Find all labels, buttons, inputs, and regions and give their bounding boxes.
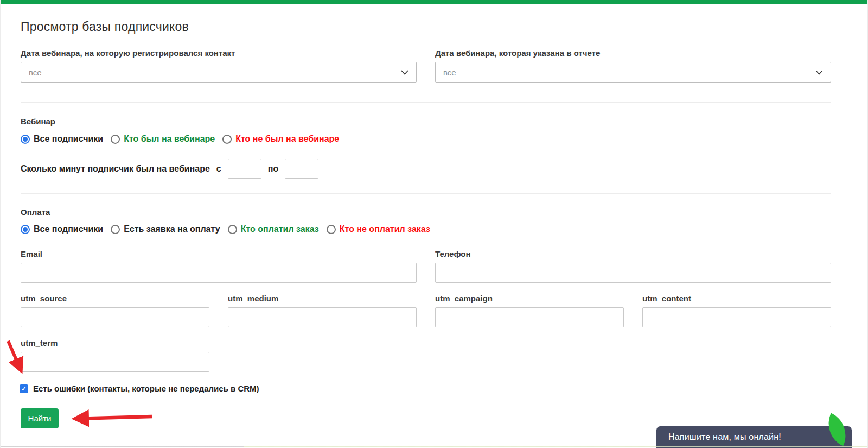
divider bbox=[21, 102, 831, 103]
subscriber-database-page: Просмотр базы подписчиков Дата вебинара,… bbox=[0, 0, 868, 448]
utm-content-group: utm_content bbox=[642, 294, 831, 327]
utm-source-label: utm_source bbox=[21, 294, 209, 303]
minutes-from-label: с bbox=[216, 164, 221, 174]
radio-label: Кто не был на вебинаре bbox=[235, 134, 339, 144]
phone-label: Телефон bbox=[435, 249, 831, 258]
radio-label: Есть заявка на оплату bbox=[124, 224, 220, 234]
radio-payment-not-paid[interactable]: Кто не оплатил заказ bbox=[327, 224, 430, 234]
radio-webinar-attended[interactable]: Кто был на вебинаре bbox=[111, 134, 215, 144]
radio-icon bbox=[111, 135, 120, 144]
utm-source-input[interactable] bbox=[21, 307, 209, 327]
chevron-down-icon bbox=[401, 70, 409, 75]
errors-checkbox[interactable]: ✓ Есть ошибки (контакты, которые не пере… bbox=[20, 384, 831, 393]
select-value: все bbox=[443, 68, 456, 77]
chat-widget-label: Напишите нам, мы онлайн! bbox=[668, 432, 781, 442]
contact-fields-row: Email Телефон bbox=[21, 249, 831, 283]
minutes-label: Сколько минут подписчик был на вебинаре bbox=[21, 164, 210, 174]
checkbox-checked-icon: ✓ bbox=[20, 384, 28, 393]
utm-medium-group: utm_medium bbox=[228, 294, 417, 327]
minutes-on-webinar-row: Сколько минут подписчик был на вебинаре … bbox=[21, 159, 831, 179]
divider bbox=[21, 193, 831, 194]
webinar-date-filters: Дата вебинара, на которую регистрировалс… bbox=[21, 48, 831, 83]
minutes-to-label: по bbox=[268, 164, 278, 174]
webinar-radio-group: Все подписчики Кто был на вебинаре Кто н… bbox=[21, 134, 831, 144]
utm-medium-input[interactable] bbox=[228, 307, 417, 327]
radio-icon bbox=[222, 135, 232, 144]
radio-label: Кто был на вебинаре bbox=[124, 134, 215, 144]
webinar-date-report-group: Дата вебинара, которая указана в отчете … bbox=[435, 48, 831, 83]
utm-content-label: utm_content bbox=[642, 294, 831, 303]
payment-section-title: Оплата bbox=[21, 207, 831, 217]
errors-checkbox-label: Есть ошибки (контакты, которые не переда… bbox=[33, 384, 259, 393]
utm-source-group: utm_source bbox=[21, 294, 209, 327]
main-content: Просмотр базы подписчиков Дата вебинара,… bbox=[1, 0, 867, 428]
webinar-date-registered-group: Дата вебинара, на которую регистрировалс… bbox=[21, 48, 417, 83]
radio-label: Все подписчики bbox=[34, 134, 103, 144]
utm-medium-label: utm_medium bbox=[228, 294, 417, 303]
radio-label: Все подписчики bbox=[34, 224, 103, 234]
top-accent-bar bbox=[1, 0, 867, 4]
utm-term-group: utm_term bbox=[21, 338, 209, 372]
utm-campaign-group: utm_campaign bbox=[435, 294, 624, 327]
utm-content-input[interactable] bbox=[642, 307, 831, 327]
radio-label: Кто не оплатил заказ bbox=[340, 224, 430, 234]
radio-webinar-all-subscribers[interactable]: Все подписчики bbox=[21, 134, 103, 144]
webinar-section-title: Вебинар bbox=[21, 117, 831, 126]
select-value: все bbox=[29, 68, 42, 77]
radio-label: Кто оплатил заказ bbox=[241, 224, 319, 234]
radio-payment-has-order[interactable]: Есть заявка на оплату bbox=[111, 224, 220, 234]
utm-term-label: utm_term bbox=[21, 338, 209, 348]
radio-payment-paid[interactable]: Кто оплатил заказ bbox=[228, 224, 319, 234]
radio-icon bbox=[327, 225, 336, 234]
find-button[interactable]: Найти bbox=[21, 408, 59, 428]
webinar-date-registered-select[interactable]: все bbox=[21, 62, 417, 83]
utm-campaign-input[interactable] bbox=[435, 307, 624, 327]
chevron-down-icon bbox=[815, 70, 823, 75]
radio-checked-icon bbox=[21, 225, 30, 234]
utm-fields-row: utm_source utm_medium utm_campaign utm_c… bbox=[21, 294, 831, 327]
utm-term-row: utm_term bbox=[21, 338, 831, 372]
minutes-to-input[interactable] bbox=[285, 159, 318, 179]
minutes-from-input[interactable] bbox=[228, 159, 261, 179]
button-row: Найти bbox=[21, 408, 831, 428]
bottom-edge-strip bbox=[1, 446, 867, 447]
radio-icon bbox=[228, 225, 237, 234]
radio-payment-all-subscribers[interactable]: Все подписчики bbox=[21, 224, 103, 234]
phone-group: Телефон bbox=[435, 249, 831, 283]
utm-term-input[interactable] bbox=[21, 352, 209, 372]
chat-widget[interactable]: Напишите нам, мы онлайн! bbox=[656, 426, 852, 448]
utm-campaign-label: utm_campaign bbox=[435, 294, 624, 303]
webinar-date-registered-label: Дата вебинара, на которую регистрировалс… bbox=[21, 48, 417, 58]
webinar-date-report-select[interactable]: все bbox=[435, 62, 831, 83]
radio-checked-icon bbox=[21, 135, 30, 144]
radio-webinar-not-attended[interactable]: Кто не был на вебинаре bbox=[222, 134, 339, 144]
page-title: Просмотр базы подписчиков bbox=[21, 20, 831, 34]
phone-input[interactable] bbox=[435, 263, 831, 283]
payment-radio-group: Все подписчики Есть заявка на оплату Кто… bbox=[21, 224, 831, 234]
email-input[interactable] bbox=[21, 263, 417, 283]
radio-icon bbox=[111, 225, 120, 234]
webinar-date-report-label: Дата вебинара, которая указана в отчете bbox=[435, 48, 831, 58]
email-label: Email bbox=[21, 249, 417, 258]
email-group: Email bbox=[21, 249, 417, 283]
